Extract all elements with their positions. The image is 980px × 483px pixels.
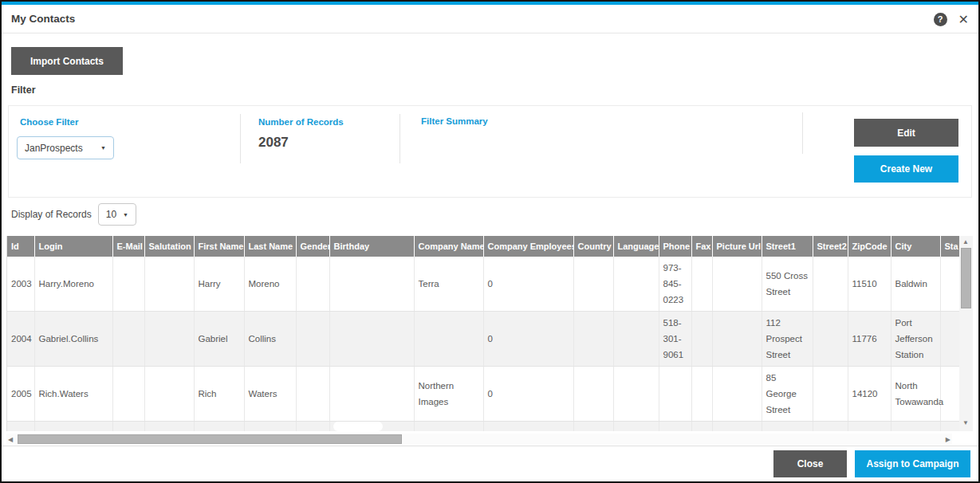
- table-cell: 550 Cross Street: [762, 257, 813, 312]
- import-contacts-button[interactable]: Import Contacts: [11, 47, 123, 75]
- scroll-left-icon[interactable]: ◀: [8, 436, 13, 443]
- column-header-9: Company Employees: [483, 236, 573, 257]
- table-cell: Baldwin: [891, 257, 940, 312]
- column-header-19: Sta: [940, 236, 959, 257]
- column-header-7: Birthday: [329, 236, 414, 257]
- vertical-scrollbar[interactable]: ▲ ▼: [959, 236, 973, 431]
- table-cell: [940, 257, 959, 312]
- column-header-5: Last Name: [244, 236, 296, 257]
- table-cell: Northern Images: [414, 367, 483, 422]
- table-cell: [244, 422, 296, 432]
- table-row[interactable]: 2005Rich.WatersRichWatersNorthern Images…: [7, 367, 959, 422]
- display-of-records-selected-value: 10: [106, 209, 116, 220]
- scroll-right-icon[interactable]: ▶: [946, 436, 950, 443]
- footer-divider: [2, 446, 978, 446]
- table-cell: 0: [483, 312, 573, 367]
- horizontal-scrollbar[interactable]: ◀ ▶: [6, 434, 952, 445]
- table-cell: [112, 422, 144, 432]
- table-cell: [34, 422, 112, 432]
- edit-button[interactable]: Edit: [854, 119, 958, 147]
- my-contacts-dialog: My Contacts ? ✕ Import Contacts Filter C…: [0, 0, 980, 483]
- table-cell: [659, 367, 691, 422]
- display-of-records-select[interactable]: 10 ▼: [98, 203, 136, 226]
- table-cell: Harry.Moreno: [34, 257, 112, 312]
- close-icon[interactable]: ✕: [958, 13, 969, 26]
- vertical-scrollbar-thumb[interactable]: [961, 248, 971, 308]
- table-cell: 2005: [7, 367, 34, 422]
- table-cell: Moreno: [244, 257, 296, 312]
- column-header-12: Phone: [659, 236, 691, 257]
- column-header-4: First Name: [194, 236, 244, 257]
- table-cell: [691, 367, 712, 422]
- table-cell: 85 George Street: [762, 367, 813, 422]
- table-cell: [329, 367, 414, 422]
- close-button[interactable]: Close: [773, 450, 847, 477]
- table-cell: Harry: [194, 257, 244, 312]
- table-cell: Gabriel.Collins: [34, 312, 112, 367]
- table-cell: [296, 312, 329, 367]
- table-cell: [414, 312, 483, 367]
- table-cell: [144, 367, 194, 422]
- title-bar: My Contacts ? ✕: [2, 5, 978, 33]
- page-title: My Contacts: [11, 13, 75, 25]
- table-cell: 112 Prospect Street: [762, 312, 813, 367]
- number-of-records-label: Number of Records: [258, 117, 344, 127]
- column-header-15: Street1: [762, 236, 813, 257]
- table-cell: [573, 367, 613, 422]
- table-cell: [813, 422, 848, 432]
- number-of-records-value: 2087: [258, 135, 289, 151]
- create-new-button[interactable]: Create New: [854, 155, 958, 183]
- table-cell: [144, 422, 194, 432]
- panel-divider: [399, 114, 400, 163]
- column-header-13: Fax: [691, 236, 712, 257]
- table-cell: [712, 257, 762, 312]
- table-cell: [296, 422, 329, 432]
- table-cell: [296, 367, 329, 422]
- scroll-up-icon[interactable]: ▲: [962, 238, 969, 245]
- table-cell: [112, 257, 144, 312]
- table-cell: Port Jefferson Station: [891, 312, 940, 367]
- table-cell: [613, 312, 659, 367]
- table-cell: Rich.Waters: [34, 367, 112, 422]
- assign-to-campaign-button[interactable]: Assign to Campaign: [855, 450, 970, 477]
- table-row[interactable]: 2004Gabriel.CollinsGabrielCollins0518-30…: [7, 312, 959, 367]
- table-cell: [613, 257, 659, 312]
- table-cell: [613, 422, 659, 432]
- table-row[interactable]: 2003Harry.MorenoHarryMorenoTerra0973-845…: [7, 257, 959, 312]
- table-cell: [891, 422, 940, 432]
- table-cell: [712, 422, 762, 432]
- table-cell: 11510: [848, 257, 891, 312]
- row-overlay-highlight: [333, 422, 383, 431]
- table-cell: [940, 422, 959, 432]
- table-cell: 11776: [848, 312, 891, 367]
- column-header-11: Language: [613, 236, 659, 257]
- table-cell: [112, 312, 144, 367]
- table-cell: 2004: [7, 312, 34, 367]
- table-cell: [7, 422, 34, 432]
- chevron-down-icon: ▼: [123, 212, 128, 218]
- table-cell: [329, 257, 414, 312]
- scroll-down-icon[interactable]: ▼: [962, 419, 969, 426]
- column-header-3: Salutation: [144, 236, 194, 257]
- table-cell: [613, 367, 659, 422]
- table-cell: 0: [483, 257, 573, 312]
- contacts-table-wrap: IdLoginE-MailSalutationFirst NameLast Na…: [6, 236, 973, 431]
- panel-divider: [240, 114, 241, 163]
- table-row[interactable]: 65 Willow: [7, 422, 959, 432]
- column-header-2: E-Mail: [112, 236, 144, 257]
- column-header-10: Country: [573, 236, 613, 257]
- filter-panel: Choose Filter JanProspects ▼ Number of R…: [8, 105, 972, 198]
- column-header-18: City: [891, 236, 940, 257]
- table-cell: [573, 257, 613, 312]
- table-cell: 14120: [848, 367, 891, 422]
- table-cell: [712, 312, 762, 367]
- display-of-records-label: Display of Records: [11, 209, 92, 220]
- column-header-14: Picture Url: [712, 236, 762, 257]
- table-cell: [813, 312, 848, 367]
- help-icon[interactable]: ?: [934, 13, 947, 26]
- horizontal-scrollbar-thumb[interactable]: [18, 434, 402, 444]
- column-header-0: Id: [7, 236, 34, 257]
- column-header-6: Gender: [296, 236, 329, 257]
- choose-filter-select[interactable]: JanProspects ▼: [17, 136, 114, 159]
- column-header-8: Company Name: [414, 236, 483, 257]
